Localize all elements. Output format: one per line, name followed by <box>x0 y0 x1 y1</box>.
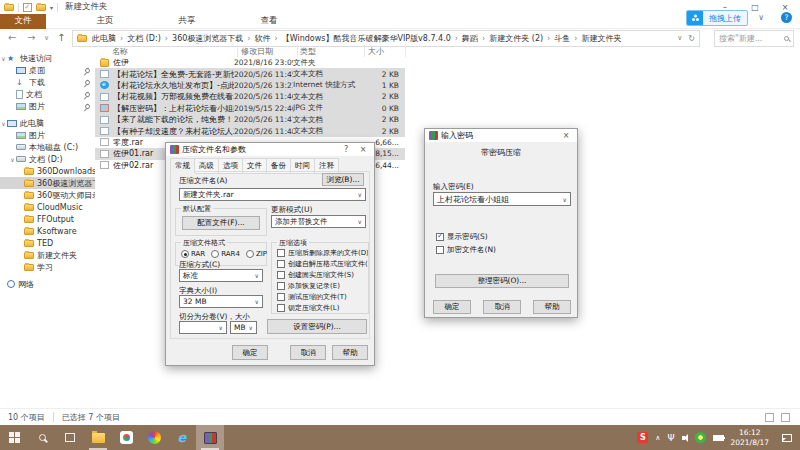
action-center-icon[interactable] <box>782 434 792 442</box>
ok-button[interactable]: 确定 <box>433 300 471 314</box>
file-explorer-taskbar-button[interactable] <box>84 425 112 450</box>
file-row[interactable]: 【村花论坛永久地址发布页】-点此打开 2020/5/26 13:23 Inter… <box>95 80 405 91</box>
column-type[interactable]: 类型 <box>300 46 316 57</box>
tree-expand-icon[interactable]: ∨ <box>0 120 7 127</box>
sidebar-item[interactable]: 网络 <box>0 278 95 290</box>
start-button[interactable] <box>0 425 28 450</box>
volume-icon[interactable] <box>682 436 685 440</box>
sidebar-item[interactable]: 图片 <box>0 129 95 141</box>
column-separator[interactable] <box>405 45 406 57</box>
compression-method-select[interactable]: 标准∨ <box>179 269 263 282</box>
profiles-button[interactable]: 配置文件(F)... <box>182 216 260 230</box>
format-radio[interactable]: RAR4 <box>211 250 246 258</box>
usb-icon[interactable]: Ψ <box>667 433 674 443</box>
sidebar-item[interactable]: TED <box>0 237 95 249</box>
sidebar-item[interactable]: 文档 <box>0 88 95 100</box>
archive-name-input[interactable]: 新建文件夹.rar∨ <box>179 188 366 201</box>
ok-button[interactable]: 确定 <box>232 345 268 360</box>
ie-taskbar-button[interactable]: e <box>168 425 196 450</box>
cloud-upload-button[interactable]: 拖拽上传 <box>686 10 748 26</box>
dialog-close-button[interactable]: × <box>559 131 573 140</box>
organize-passwords-button[interactable]: 整理密码(O)... <box>435 274 569 288</box>
address-dropdown-icon[interactable]: ∨ <box>677 34 682 43</box>
breadcrumb-item[interactable]: 此电脑 <box>92 33 127 44</box>
sidebar-item[interactable]: 360极速浏览器下载 <box>0 177 95 189</box>
sidebar-item[interactable]: 360驱动大师目录 <box>0 189 95 201</box>
sidebar-item[interactable]: 新建文件夹 <box>0 249 95 261</box>
clock[interactable]: 16:12 2021/8/17 <box>731 428 769 447</box>
sidebar-item[interactable]: 360Downloads <box>0 165 95 177</box>
encrypt-filenames-checkbox[interactable]: 加密文件名(N) <box>431 244 496 255</box>
format-radio[interactable]: RAR <box>181 250 211 258</box>
file-row[interactable]: 【村花论坛】全免费-无套路-更新快.txt 2020/5/26 11:45 文本… <box>95 68 405 79</box>
file-row[interactable]: 【解压密码】：上村花论坛看小姐姐.jpg 2019/5/15 22:46 JPG… <box>95 103 405 114</box>
dialog-close-button[interactable]: × <box>356 145 370 154</box>
up-icon[interactable]: ↑ <box>57 32 65 43</box>
option-checkbox[interactable]: 锁定压缩文件(L) <box>272 302 368 313</box>
column-date[interactable]: 修改日期 <box>241 46 273 57</box>
column-separator[interactable] <box>237 45 238 57</box>
sidebar-item[interactable]: ∨ 文档 (D:) <box>0 153 95 165</box>
browse-button[interactable]: 浏览(B)... <box>322 173 364 186</box>
dialog-tab[interactable]: 常规 <box>170 158 195 174</box>
breadcrumb-item[interactable]: 文档 (D:) <box>127 33 172 44</box>
help-button[interactable]: 帮助 <box>332 345 368 360</box>
option-checkbox[interactable]: 添加恢复记录(E) <box>272 280 368 291</box>
breadcrumb-item[interactable]: 舞蹈 <box>462 33 489 44</box>
option-checkbox[interactable]: 测试压缩的文件(T) <box>272 291 368 302</box>
cancel-button[interactable]: 取消 <box>483 300 521 314</box>
password-input[interactable]: 上村花论坛看小姐姐∨ <box>433 192 571 206</box>
ribbon-expand-icon[interactable]: ∨ <box>758 13 764 22</box>
sidebar-item[interactable]: 学习 <box>0 261 95 273</box>
winrar-taskbar-button[interactable] <box>196 425 224 450</box>
file-row[interactable]: 【来了就能下载的论坛，纯免费！】.txt 2020/5/26 11:47 文本文… <box>95 114 405 125</box>
breadcrumb-item[interactable]: 【Windows】酷我音乐破解豪华VIP版v8.7.4.0 <box>282 33 462 44</box>
split-size-input[interactable]: ∨ <box>179 321 227 334</box>
help-button[interactable]: 帮助 <box>533 300 571 314</box>
breadcrumb-item[interactable]: 斗鱼 <box>554 33 581 44</box>
option-checkbox[interactable]: 压缩后删除原来的文件(D) <box>272 247 368 258</box>
column-separator[interactable] <box>297 45 298 57</box>
sidebar-item[interactable]: ∨ 此电脑 <box>0 117 95 129</box>
format-radio[interactable]: ZIP <box>246 250 273 258</box>
ribbon-tab[interactable]: 共享 <box>164 14 210 29</box>
sidebar-item[interactable]: CloudMusic <box>0 201 95 213</box>
back-icon[interactable]: ← <box>8 32 16 43</box>
breadcrumb-item[interactable]: 软件 <box>255 33 282 44</box>
360-browser-taskbar-button[interactable] <box>140 425 168 450</box>
new-folder-icon[interactable] <box>36 4 46 11</box>
sidebar-item[interactable]: 下载 <box>0 76 95 88</box>
file-row[interactable]: 佐伊 2021/8/16 23:09 文件夹 <box>95 57 405 68</box>
column-name[interactable]: 名称 <box>112 46 128 57</box>
cancel-button[interactable]: 取消 <box>290 345 326 360</box>
hidden-icons-chevron-icon[interactable]: ∧ <box>655 434 660 442</box>
ribbon-tab[interactable]: 查看 <box>246 14 292 29</box>
help-icon[interactable]: ? <box>781 12 792 23</box>
update-mode-select[interactable]: 添加并替换文件∨ <box>271 215 366 228</box>
option-checkbox[interactable]: 创建固实压缩文件(S) <box>272 269 368 280</box>
sidebar-item[interactable]: Ksoftware <box>0 225 95 237</box>
sidebar-item[interactable]: 图片 <box>0 100 95 112</box>
split-unit-select[interactable]: MB∨ <box>230 321 257 334</box>
tree-expand-icon[interactable]: ∨ <box>9 156 16 163</box>
view-details-icon[interactable] <box>765 413 774 422</box>
refresh-icon[interactable]: ↻ <box>688 34 695 43</box>
forward-icon[interactable]: → <box>27 32 35 43</box>
dialog-help-button[interactable]: ? <box>339 145 353 154</box>
column-separator[interactable] <box>364 45 365 57</box>
sidebar-item[interactable]: FFOutput <box>0 213 95 225</box>
breadcrumb-item[interactable]: 新建文件夹 <box>582 33 622 44</box>
360-safe-taskbar-button[interactable] <box>112 425 140 450</box>
360-safety-tray-icon[interactable] <box>695 432 706 443</box>
breadcrumb-item[interactable]: 360极速浏览器下载 <box>172 33 254 44</box>
sidebar-item[interactable]: 桌面 <box>0 64 95 76</box>
show-password-checkbox[interactable]: 显示密码(S) <box>431 231 488 242</box>
dictionary-size-select[interactable]: 32 MB∨ <box>179 295 263 308</box>
360-tray-icon[interactable]: S <box>637 432 648 443</box>
sidebar-item[interactable]: ∨ 快速访问 <box>0 52 95 64</box>
battery-icon[interactable] <box>713 435 724 441</box>
properties-icon[interactable]: ✓ <box>23 3 32 12</box>
tree-expand-icon[interactable]: ∨ <box>0 55 7 62</box>
column-size[interactable]: 大小 <box>368 46 384 57</box>
file-row[interactable]: 【有种子却没速度？来村花论坛人工加.. 2020/5/26 11:48 文本文档… <box>95 125 405 136</box>
